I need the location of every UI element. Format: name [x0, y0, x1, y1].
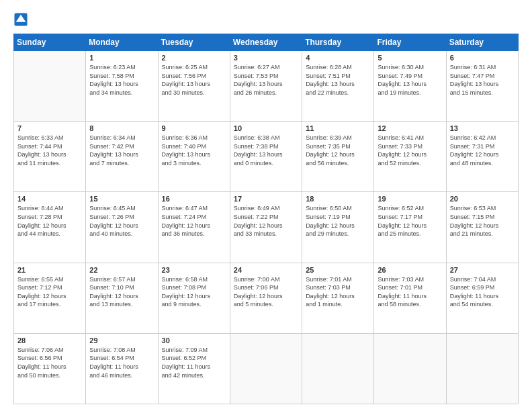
calendar-cell: 27Sunrise: 7:04 AMSunset: 6:59 PMDayligh…	[446, 263, 518, 333]
col-header-wednesday: Wednesday	[230, 34, 302, 51]
cell-info: Sunrise: 6:47 AM	[162, 204, 226, 213]
cell-info: and 1 minute.	[306, 300, 370, 309]
cell-info: Sunrise: 6:38 AM	[234, 134, 298, 142]
calendar-cell	[446, 333, 518, 404]
calendar-week-5: 28Sunrise: 7:06 AMSunset: 6:56 PMDayligh…	[14, 333, 519, 404]
cell-info: Daylight: 11 hours	[17, 363, 82, 371]
day-number: 6	[450, 54, 515, 62]
cell-info: Daylight: 12 hours	[450, 222, 515, 230]
cell-info: Daylight: 12 hours	[89, 292, 154, 301]
calendar-cell: 24Sunrise: 7:00 AMSunset: 7:06 PMDayligh…	[230, 263, 302, 333]
calendar-cell: 11Sunrise: 6:39 AMSunset: 7:35 PMDayligh…	[302, 122, 374, 192]
calendar-cell: 12Sunrise: 6:41 AMSunset: 7:33 PMDayligh…	[374, 122, 446, 192]
cell-info: Daylight: 13 hours	[89, 80, 154, 89]
cell-info: Sunrise: 6:25 AM	[162, 63, 226, 72]
cell-info: Sunrise: 7:00 AM	[234, 275, 298, 284]
cell-info: Sunrise: 6:50 AM	[306, 204, 370, 213]
cell-info: Daylight: 13 hours	[89, 150, 154, 159]
day-number: 28	[17, 336, 82, 345]
cell-info: and 9 minutes.	[162, 300, 226, 309]
calendar-cell: 20Sunrise: 6:53 AMSunset: 7:15 PMDayligh…	[446, 192, 518, 263]
day-number: 18	[306, 195, 370, 203]
cell-info: Daylight: 11 hours	[378, 292, 442, 301]
calendar-cell: 5Sunrise: 6:30 AMSunset: 7:49 PMDaylight…	[374, 51, 446, 122]
day-number: 30	[162, 336, 226, 345]
cell-info: Daylight: 13 hours	[306, 80, 370, 89]
cell-info: Sunset: 7:38 PM	[234, 142, 298, 151]
calendar-cell: 18Sunrise: 6:50 AMSunset: 7:19 PMDayligh…	[302, 192, 374, 263]
cell-info: and 46 minutes.	[89, 371, 154, 380]
cell-info: and 5 minutes.	[234, 300, 298, 309]
cell-info: Daylight: 12 hours	[306, 150, 370, 159]
cell-info: and 56 minutes.	[306, 159, 370, 168]
cell-info: Sunset: 7:51 PM	[306, 72, 370, 81]
calendar-week-1: 1Sunrise: 6:23 AMSunset: 7:58 PMDaylight…	[14, 51, 519, 122]
calendar-cell: 25Sunrise: 7:01 AMSunset: 7:03 PMDayligh…	[302, 263, 374, 333]
cell-info: Sunset: 7:22 PM	[234, 213, 298, 222]
day-number: 11	[306, 124, 370, 132]
calendar-cell: 4Sunrise: 6:28 AMSunset: 7:51 PMDaylight…	[302, 51, 374, 122]
day-number: 23	[162, 266, 226, 274]
day-number: 9	[162, 124, 226, 132]
cell-info: Sunset: 7:26 PM	[89, 213, 154, 222]
cell-info: and 58 minutes.	[378, 300, 442, 309]
cell-info: Sunrise: 7:08 AM	[89, 346, 154, 355]
cell-info: Sunset: 7:33 PM	[378, 142, 442, 151]
day-number: 4	[306, 54, 370, 62]
day-number: 19	[378, 195, 442, 203]
calendar-header-row: SundayMondayTuesdayWednesdayThursdayFrid…	[14, 34, 519, 51]
cell-info: Daylight: 12 hours	[162, 222, 226, 230]
cell-info: Sunrise: 6:27 AM	[234, 63, 298, 72]
cell-info: and 13 minutes.	[89, 300, 154, 309]
cell-info: and 0 minutes.	[234, 159, 298, 168]
cell-info: and 40 minutes.	[89, 230, 154, 238]
cell-info: Sunrise: 6:55 AM	[17, 275, 82, 284]
col-header-tuesday: Tuesday	[158, 34, 230, 51]
cell-info: Sunset: 6:54 PM	[89, 354, 154, 363]
day-number: 3	[234, 54, 298, 62]
cell-info: Daylight: 13 hours	[234, 80, 298, 89]
cell-info: Daylight: 12 hours	[378, 222, 442, 230]
calendar-cell: 21Sunrise: 6:55 AMSunset: 7:12 PMDayligh…	[14, 263, 86, 333]
header	[13, 12, 519, 27]
cell-info: and 54 minutes.	[450, 300, 515, 309]
cell-info: and 11 minutes.	[17, 159, 82, 168]
day-number: 27	[450, 266, 515, 274]
cell-info: Sunset: 7:31 PM	[450, 142, 515, 151]
calendar-cell: 9Sunrise: 6:36 AMSunset: 7:40 PMDaylight…	[158, 122, 230, 192]
cell-info: and 48 minutes.	[450, 159, 515, 168]
calendar-cell: 22Sunrise: 6:57 AMSunset: 7:10 PMDayligh…	[86, 263, 158, 333]
calendar-week-4: 21Sunrise: 6:55 AMSunset: 7:12 PMDayligh…	[14, 263, 519, 333]
cell-info: Daylight: 13 hours	[162, 150, 226, 159]
calendar-cell: 14Sunrise: 6:44 AMSunset: 7:28 PMDayligh…	[14, 192, 86, 263]
col-header-monday: Monday	[86, 34, 158, 51]
cell-info: Sunrise: 7:09 AM	[162, 346, 226, 355]
cell-info: Sunset: 7:56 PM	[162, 72, 226, 81]
cell-info: and 33 minutes.	[234, 230, 298, 238]
calendar-cell: 3Sunrise: 6:27 AMSunset: 7:53 PMDaylight…	[230, 51, 302, 122]
cell-info: and 7 minutes.	[89, 159, 154, 168]
cell-info: Sunrise: 7:04 AM	[450, 275, 515, 284]
calendar-cell	[14, 51, 86, 122]
cell-info: Sunrise: 6:34 AM	[89, 134, 154, 142]
day-number: 29	[89, 336, 154, 345]
calendar-cell: 19Sunrise: 6:52 AMSunset: 7:17 PMDayligh…	[374, 192, 446, 263]
cell-info: Sunrise: 6:44 AM	[17, 204, 82, 213]
cell-info: Daylight: 12 hours	[162, 292, 226, 301]
cell-info: and 15 minutes.	[450, 89, 515, 97]
col-header-sunday: Sunday	[14, 34, 86, 51]
day-number: 5	[378, 54, 442, 62]
cell-info: and 44 minutes.	[17, 230, 82, 238]
cell-info: Daylight: 11 hours	[162, 363, 226, 371]
cell-info: Daylight: 13 hours	[234, 150, 298, 159]
calendar-body: 1Sunrise: 6:23 AMSunset: 7:58 PMDaylight…	[14, 51, 519, 404]
calendar-cell	[302, 333, 374, 404]
col-header-thursday: Thursday	[302, 34, 374, 51]
calendar-table: SundayMondayTuesdayWednesdayThursdayFrid…	[13, 34, 519, 404]
cell-info: Daylight: 13 hours	[378, 80, 442, 89]
day-number: 14	[17, 195, 82, 203]
calendar-cell	[230, 333, 302, 404]
day-number: 24	[234, 266, 298, 274]
cell-info: Sunset: 7:08 PM	[162, 283, 226, 292]
day-number: 7	[17, 124, 82, 132]
